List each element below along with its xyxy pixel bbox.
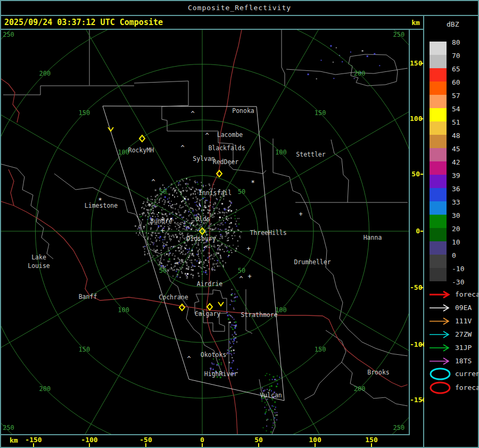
x-axis-tick [145,443,146,447]
x-axis-label--150: -150 [25,436,42,444]
map-point-marker-icon: ^ [180,144,184,152]
31JP-arrow-icon [428,341,453,355]
radar-app-window: Composite_Reflectivity 2025/09/24 03:37:… [0,0,479,448]
track-label-27ZW-3: 27ZW [455,330,472,338]
scale-value-30: 30 [452,211,460,219]
city-label-sylvan: Sylvan [193,155,215,162]
map-point-marker-icon: ^ [187,355,191,363]
border-line [3,86,134,95]
ring-distance-label: 150 [78,346,90,353]
09EA-arrow-icon [428,301,453,315]
y-axis-label-150: 150 [410,59,420,67]
echo-cluster-northeast-sparse [308,45,381,79]
y-axis-label-100: 100 [410,115,420,123]
ring-distance-label: 50 [159,188,167,196]
scale-value-60: 60 [452,78,460,86]
map-point-marker-icon: + [299,210,302,218]
x-axis-label-0: 0 [200,436,204,444]
map-point-marker-icon: * [251,179,254,186]
city-label-olds: Olds [195,215,210,223]
x-axis-tick [315,443,316,447]
city-label-calgary: Calgary [195,310,221,317]
storm-vector-arrow-icon [108,127,113,131]
x-axis-tick [33,443,34,447]
y-axis-tick [420,287,423,288]
y-axis-tick [420,63,423,64]
radar-site-diamond-icon [179,304,185,311]
border-line [1,164,53,259]
city-label-okotoks: Okotoks [201,351,226,359]
storm-vector-arrow-icon [218,302,224,306]
x-axis-label-150: 150 [365,436,377,444]
scale-band-33 [430,201,447,215]
city-label-rockymh: RockyMH [128,146,154,154]
y-axis-tick [420,400,423,401]
x-axis-tick [258,443,259,447]
track-symbol-forecast-7 [428,381,453,397]
city-label-airdrie: Airdrie [197,280,223,288]
scale-value-33: 33 [452,198,460,206]
scale-value-42: 42 [452,158,460,166]
map-point-marker-icon: ^ [174,262,178,269]
city-label-strathmore: Strathmore [241,311,277,319]
border-line [331,140,349,202]
current-ellipse-icon [428,367,453,381]
scale-value-48: 48 [452,132,460,140]
scale-value--10: -10 [452,265,464,273]
map-point-marker-icon: ^ [239,275,243,283]
ring-distance-label: 100 [275,149,287,156]
city-label-drumheller: Drumheller [294,258,331,266]
x-axis-tick [202,443,203,447]
border-line [282,30,285,86]
ring-distance-label: 150 [78,109,90,117]
ring-distance-label: 250 [3,31,14,38]
x-axis-tick [371,443,372,447]
scale-value-45: 45 [452,145,460,153]
track-label-111V-2: 111V [455,317,472,325]
radar-map-canvas[interactable]: 5050505010010010010015015015015020020020… [1,30,409,434]
scale-band--10 [430,268,447,281]
mountain-road [1,79,19,123]
scale-unit-label: dBZ [447,20,459,28]
x-axis-label--100: -100 [81,436,97,444]
ring-distance-label: 50 [238,188,245,196]
map-point-marker-icon: ^ [151,178,155,186]
map-point-marker-icon: ^ [205,132,209,140]
scale-band-36 [430,188,447,201]
x-axis-unit-label: km [10,436,18,444]
city-label-highriver: HighRiver [204,370,237,378]
window-title: Composite_Reflectivity [188,4,291,12]
y-axis-tick [420,118,423,119]
forecast-ellipse-icon [428,381,453,395]
ring-distance-label: 100 [118,306,129,314]
ring-distance-label: 250 [393,424,405,431]
track-label-forecast-0: forecast [455,290,479,298]
city-label-lake-louise: Louise [28,262,50,270]
scale-band-54 [430,108,447,121]
scale-value-51: 51 [452,118,460,126]
ring-distance-label: 50 [159,267,167,274]
ring-distance-label: 50 [238,267,245,274]
echo-cluster-calgary-south-trail [226,289,238,376]
scale-value--30: -30 [452,278,464,286]
scale-band-51 [430,121,447,135]
y-axis: 150100500-50-100-150 [410,16,423,447]
ring-distance-label: 150 [315,109,326,117]
track-label-09EA-1: 09EA [455,304,472,312]
mountain-road [9,169,14,206]
y-axis-label-50: 50 [410,170,420,178]
x-axis: km -150-100-50050100150 [1,435,409,447]
scale-band-20 [430,228,447,241]
scale-value-54: 54 [452,105,460,113]
city-label-innisfail: Innisfail [199,189,232,197]
scale-band-60 [430,82,447,95]
map-point-marker-icon: ^ [203,245,207,252]
city-label-lacombe: Lacombe [217,131,243,139]
x-axis-label--50: -50 [139,436,152,444]
border-line [286,68,408,75]
legend-panel: dBZ 807065605754514845423936333020100-10… [424,16,478,447]
border-line [304,362,342,400]
scale-value-0: 0 [452,251,456,259]
city-label-blackfalds: Blackfalds [208,144,245,152]
city-label-lake-louise: Lake [31,254,46,261]
